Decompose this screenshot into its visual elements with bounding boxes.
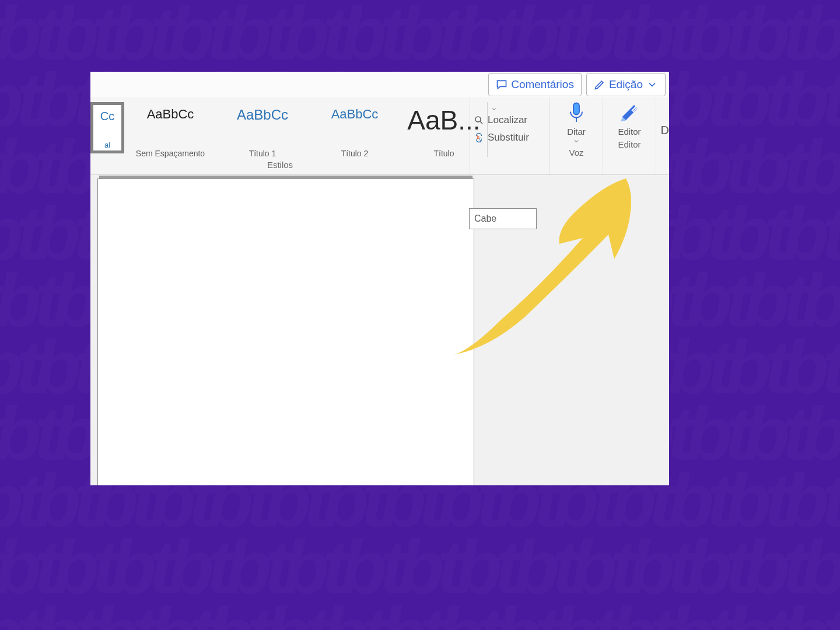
- replace-button[interactable]: b c Substituir: [474, 132, 546, 144]
- editor-group-label: Editor: [618, 140, 640, 154]
- styles-group-label: Estilos: [90, 160, 470, 174]
- comment-icon: [496, 79, 508, 90]
- svg-rect-3: [573, 103, 579, 115]
- dictate-label: Ditar: [567, 127, 586, 136]
- style-heading2[interactable]: AaBbCc Título 2: [309, 102, 401, 159]
- document-area: Cabe: [90, 175, 669, 485]
- microphone-icon: [565, 101, 588, 125]
- style-sample: AaBbCc: [331, 107, 379, 122]
- style-sample: AaBbCc: [147, 107, 194, 122]
- svg-point-0: [475, 117, 481, 122]
- voice-group: Ditar Voz: [550, 97, 603, 174]
- ribbon: Cc al AaBbCc Sem Espaçamento AaBbCc Títu…: [90, 97, 669, 175]
- style-name: Título: [433, 149, 454, 158]
- style-sample: Cc: [100, 110, 114, 123]
- replace-label: Substituir: [488, 132, 529, 144]
- dictate-button[interactable]: Ditar: [562, 97, 590, 148]
- style-name: Título 2: [341, 149, 369, 158]
- word-window: Comentários Edição Cc al AaBbCc Sem Espa…: [90, 72, 669, 485]
- styles-group: Cc al AaBbCc Sem Espaçamento AaBbCc Títu…: [90, 97, 470, 174]
- editor-label: Editor: [618, 127, 640, 136]
- editor-pen-icon: [618, 101, 641, 125]
- style-name: Sem Espaçamento: [136, 149, 205, 158]
- style-sample: AaB...: [407, 107, 480, 134]
- partial-group-right: D: [659, 111, 669, 149]
- comments-button[interactable]: Comentários: [488, 73, 582, 96]
- edit-mode-button[interactable]: Edição: [586, 73, 666, 96]
- edit-mode-label: Edição: [609, 78, 643, 91]
- editor-button[interactable]: Editor: [615, 97, 643, 140]
- search-icon: [474, 115, 484, 125]
- title-toolbar: Comentários Edição: [90, 72, 669, 97]
- document-page[interactable]: Cabe: [97, 178, 474, 485]
- find-button[interactable]: Localizar: [474, 114, 546, 126]
- voice-group-label: Voz: [569, 148, 583, 162]
- style-heading1[interactable]: AaBbCc Título 1: [216, 102, 309, 159]
- style-name: Título 1: [249, 149, 276, 158]
- chevron-down-icon: [573, 138, 580, 145]
- comments-label: Comentários: [511, 78, 574, 91]
- find-label: Localizar: [488, 114, 527, 126]
- editing-group-label: [470, 160, 550, 174]
- header-section-tag[interactable]: Cabe: [469, 208, 537, 229]
- style-no-spacing[interactable]: AaBbCc Sem Espaçamento: [124, 102, 216, 159]
- editing-group: Localizar b c Substituir: [470, 97, 550, 174]
- chevron-down-icon: [646, 79, 658, 90]
- style-name: al: [104, 141, 110, 149]
- svg-text:c: c: [480, 136, 482, 142]
- replace-icon: b c: [474, 132, 484, 143]
- pencil-icon: [594, 79, 606, 90]
- styles-gallery: Cc al AaBbCc Sem Espaçamento AaBbCc Títu…: [90, 99, 501, 159]
- editor-group: Editor Editor: [603, 97, 656, 174]
- header-tag-label: Cabe: [474, 214, 496, 224]
- style-sample: AaBbCc: [237, 107, 288, 123]
- style-normal[interactable]: Cc al: [90, 102, 124, 153]
